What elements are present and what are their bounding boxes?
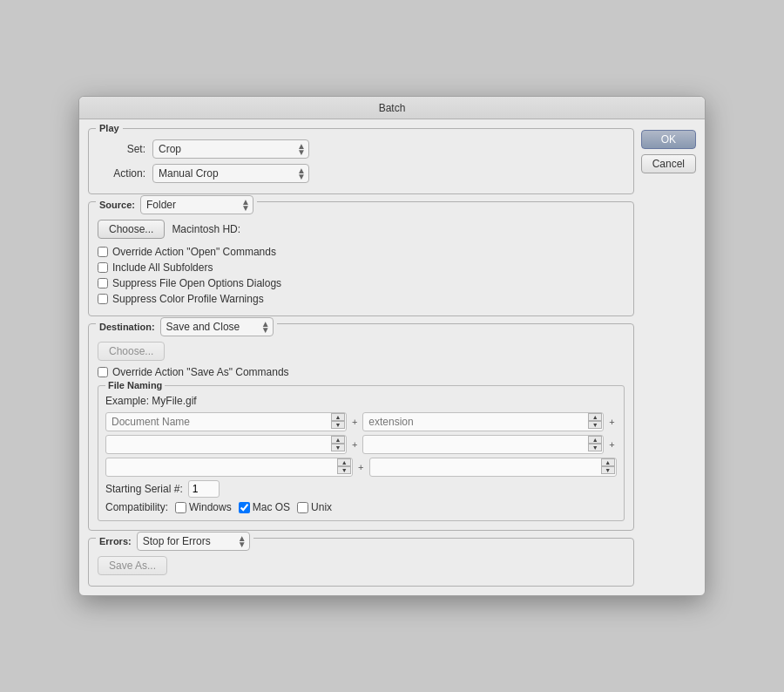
- naming-input-1-left[interactable]: [105, 412, 347, 431]
- errors-legend-wrapper: Errors: Stop for Errors ▲▼: [96, 532, 253, 551]
- dest-select[interactable]: Save and Close: [160, 317, 274, 336]
- compat-macos-checkbox[interactable]: [239, 502, 250, 513]
- naming-input-3-right[interactable]: [369, 458, 617, 477]
- serial-row: Starting Serial #: 1: [105, 480, 617, 498]
- ok-button[interactable]: OK: [641, 130, 696, 149]
- stepper-down-1-right[interactable]: ▼: [588, 421, 602, 429]
- stepper-down-3-left[interactable]: ▼: [337, 466, 351, 474]
- file-naming-legend: File Naming: [105, 380, 165, 390]
- source-legend-wrapper: Source: Folder ▲▼: [96, 195, 257, 214]
- stepper-down-2-left[interactable]: ▼: [331, 444, 345, 451]
- override-open-checkbox[interactable]: [98, 247, 108, 257]
- stepper-up-3-right[interactable]: ▲: [601, 458, 615, 466]
- naming-stepper-2-left: ▲ ▼: [331, 436, 345, 451]
- include-subfolders-checkbox[interactable]: [98, 262, 108, 273]
- override-open-label: Override Action "Open" Commands: [112, 246, 276, 258]
- stepper-down-1-left[interactable]: ▼: [331, 421, 345, 429]
- source-select-wrapper: Folder ▲▼: [140, 195, 253, 214]
- stepper-down-2-right[interactable]: ▼: [588, 444, 602, 451]
- source-select[interactable]: Folder: [140, 195, 253, 214]
- set-select-wrapper: Crop ▲▼: [152, 139, 309, 159]
- errors-select[interactable]: Stop for Errors: [137, 532, 250, 551]
- play-section: Play Set: Crop ▲▼ Action: Manual Crop: [88, 128, 634, 194]
- naming-stepper-1-left: ▲ ▼: [331, 413, 345, 429]
- source-choose-button[interactable]: Choose...: [98, 220, 165, 239]
- stepper-up-2-left[interactable]: ▲: [331, 436, 345, 444]
- override-save-checkbox[interactable]: [98, 367, 108, 377]
- compat-windows-label: Windows: [189, 501, 232, 513]
- compat-macos-label: Mac OS: [253, 501, 290, 513]
- naming-input-3-left-wrapper: ▲ ▼: [105, 458, 353, 477]
- file-naming-section: File Naming Example: MyFile.gif ▲ ▼ +: [98, 385, 625, 521]
- action-label: Action:: [98, 167, 145, 180]
- example-text: Example: MyFile.gif: [105, 393, 617, 407]
- override-open-row: Override Action "Open" Commands: [98, 246, 625, 258]
- dest-legend-wrapper: Destination: Save and Close ▲▼: [96, 317, 277, 336]
- compat-unix-label: Unix: [311, 501, 332, 513]
- include-subfolders-row: Include All Subfolders: [98, 261, 625, 274]
- compat-row: Compatibility: Windows Mac OS Unix: [105, 501, 617, 513]
- naming-input-1-left-wrapper: ▲ ▼: [105, 412, 347, 431]
- suppress-open-checkbox[interactable]: [98, 278, 108, 288]
- cancel-button[interactable]: Cancel: [641, 154, 696, 173]
- naming-input-3-right-wrapper: ▲ ▼: [369, 458, 617, 477]
- serial-label: Starting Serial #:: [105, 483, 183, 495]
- naming-stepper-3-right: ▲ ▼: [601, 458, 615, 474]
- naming-input-2-right[interactable]: [362, 435, 604, 454]
- override-save-label: Override Action "Save As" Commands: [112, 366, 289, 378]
- naming-stepper-1-right: ▲ ▼: [588, 413, 602, 429]
- stepper-up-3-left[interactable]: ▲: [337, 458, 351, 466]
- compat-unix-option[interactable]: Unix: [297, 501, 332, 513]
- plus-3: +: [356, 462, 365, 472]
- naming-row-2: ▲ ▼ + ▲ ▼ +: [105, 435, 617, 454]
- compat-windows-checkbox[interactable]: [175, 502, 186, 513]
- stepper-up-2-right[interactable]: ▲: [588, 436, 602, 444]
- play-legend: Play: [96, 123, 123, 133]
- source-path: Macintosh HD:: [172, 223, 240, 235]
- naming-stepper-2-right: ▲ ▼: [588, 436, 602, 451]
- include-subfolders-label: Include All Subfolders: [112, 261, 213, 274]
- compat-macos-option[interactable]: Mac OS: [239, 501, 290, 513]
- batch-dialog: Batch Play Set: Crop ▲▼ Action:: [78, 96, 706, 596]
- errors-legend-label: Errors:: [99, 536, 132, 546]
- destination-section: Destination: Save and Close ▲▼ Choose...…: [88, 323, 634, 531]
- serial-input[interactable]: 1: [188, 480, 220, 498]
- naming-stepper-3-left: ▲ ▼: [337, 458, 351, 474]
- plus-2-end: +: [607, 439, 616, 450]
- errors-section: Errors: Stop for Errors ▲▼ Save As...: [88, 538, 634, 587]
- stepper-down-3-right[interactable]: ▼: [601, 466, 615, 474]
- suppress-color-row: Suppress Color Profile Warnings: [98, 293, 625, 305]
- compat-windows-option[interactable]: Windows: [175, 501, 232, 513]
- plus-2: +: [350, 439, 359, 450]
- suppress-open-row: Suppress File Open Options Dialogs: [98, 277, 625, 289]
- naming-input-1-right[interactable]: [362, 412, 604, 431]
- override-save-row: Override Action "Save As" Commands: [98, 366, 625, 378]
- naming-input-2-left[interactable]: [105, 435, 347, 454]
- naming-input-3-left[interactable]: [105, 458, 353, 477]
- naming-input-1-right-wrapper: ▲ ▼: [362, 412, 604, 431]
- compat-label: Compatibility:: [105, 501, 168, 513]
- source-legend-label: Source:: [99, 200, 135, 210]
- errors-select-wrapper: Stop for Errors ▲▼: [137, 532, 250, 551]
- action-select[interactable]: Manual Crop: [152, 164, 309, 183]
- errors-save-as-button[interactable]: Save As...: [98, 556, 167, 575]
- dest-select-wrapper: Save and Close ▲▼: [160, 317, 274, 336]
- compat-unix-checkbox[interactable]: [297, 502, 308, 513]
- stepper-up-1-left[interactable]: ▲: [331, 413, 345, 421]
- plus-1: +: [350, 417, 359, 427]
- naming-row-1: ▲ ▼ + ▲ ▼ +: [105, 412, 617, 431]
- stepper-up-1-right[interactable]: ▲: [588, 413, 602, 421]
- naming-input-2-left-wrapper: ▲ ▼: [105, 435, 347, 454]
- set-select[interactable]: Crop: [152, 139, 309, 159]
- dest-choose-button[interactable]: Choose...: [98, 342, 165, 361]
- plus-1-end: +: [607, 417, 616, 427]
- dialog-title: Batch: [79, 97, 705, 119]
- naming-row-3: ▲ ▼ + ▲ ▼: [105, 458, 617, 477]
- dest-legend-label: Destination:: [99, 322, 155, 332]
- suppress-color-checkbox[interactable]: [98, 294, 108, 304]
- suppress-color-label: Suppress Color Profile Warnings: [112, 293, 264, 305]
- action-select-wrapper: Manual Crop ▲▼: [152, 164, 309, 183]
- suppress-open-label: Suppress File Open Options Dialogs: [112, 277, 281, 289]
- set-label: Set:: [98, 143, 145, 155]
- naming-input-2-right-wrapper: ▲ ▼: [362, 435, 604, 454]
